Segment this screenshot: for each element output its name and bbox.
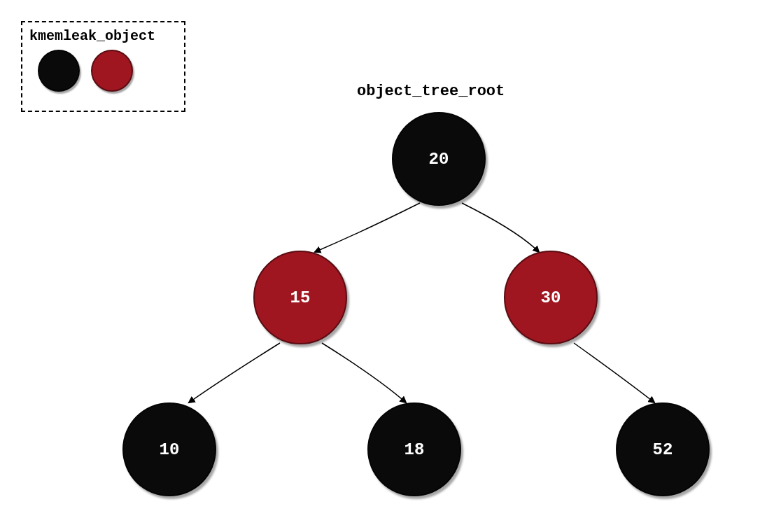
legend-title: kmemleak_object — [29, 28, 177, 44]
tree-node-left: 15 — [253, 251, 347, 344]
legend-box: kmemleak_object — [21, 21, 185, 112]
node-value: 52 — [653, 440, 673, 459]
tree-node-leaf-rr: 52 — [616, 402, 710, 496]
node-value: 18 — [404, 440, 425, 459]
tree-node-root: 20 — [392, 112, 486, 206]
tree-node-leaf-lr: 18 — [367, 402, 461, 496]
legend-swatch-black — [38, 50, 80, 92]
node-value: 10 — [160, 440, 180, 459]
tree-title: object_tree_root — [357, 83, 505, 100]
tree-node-right: 30 — [504, 251, 598, 344]
legend-swatch-red — [91, 50, 133, 92]
node-value: 30 — [541, 288, 561, 307]
legend-swatches — [38, 50, 177, 92]
node-value: 20 — [429, 150, 449, 169]
tree-node-leaf-ll: 10 — [122, 402, 216, 496]
node-value: 15 — [290, 288, 311, 307]
